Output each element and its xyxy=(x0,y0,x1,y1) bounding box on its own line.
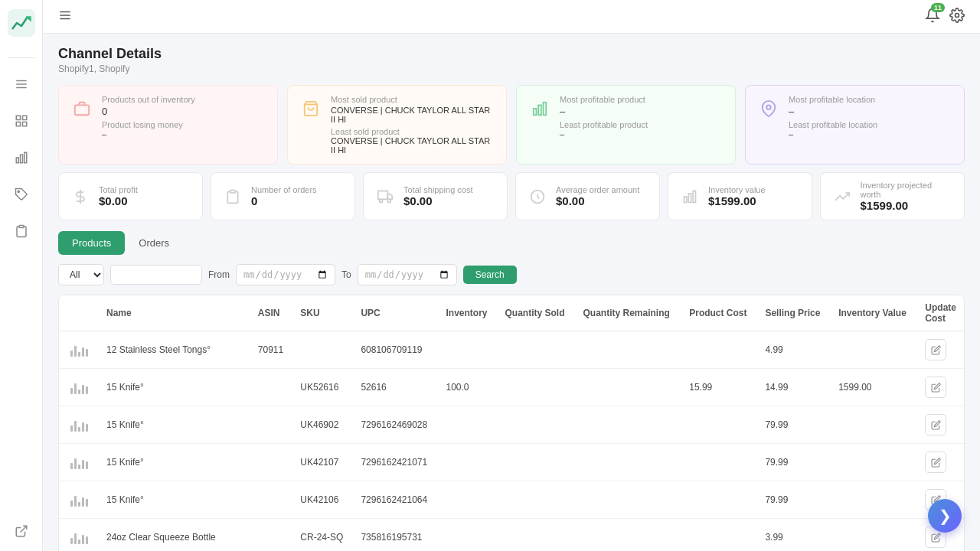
row-chart-icon xyxy=(67,491,91,509)
col-selling-price: Selling Price xyxy=(757,295,831,331)
edit-cost-button[interactable] xyxy=(925,414,946,435)
dollar-icon xyxy=(70,186,91,207)
card-num-orders: Number of orders 0 xyxy=(211,172,355,220)
row-selling-price: 4.99 xyxy=(757,331,831,369)
row-asin xyxy=(250,481,293,519)
svg-rect-0 xyxy=(8,9,35,37)
row-sku: CR-24-SQ xyxy=(292,519,353,552)
export-icon[interactable] xyxy=(11,520,32,542)
row-qty-remaining xyxy=(575,519,681,552)
trend-icon xyxy=(831,186,853,207)
row-qty-sold xyxy=(498,444,576,481)
tab-products[interactable]: Products xyxy=(58,231,125,255)
col-sku: SKU xyxy=(292,295,353,331)
hamburger-button[interactable] xyxy=(58,8,72,24)
row-update-cost-cell xyxy=(917,369,964,406)
svg-rect-20 xyxy=(538,105,541,115)
from-date-input[interactable] xyxy=(236,264,335,285)
row-inventory-value xyxy=(831,519,917,552)
svg-point-16 xyxy=(956,14,959,18)
card-total-profit: Total profit $0.00 xyxy=(58,172,203,220)
edit-cost-button[interactable] xyxy=(925,339,946,360)
card-most-sold: Most sold product CONVERSE | CHUCK TAYLO… xyxy=(287,85,507,165)
svg-point-28 xyxy=(387,199,390,202)
notification-button[interactable]: 11 xyxy=(925,8,940,25)
row-inventory xyxy=(439,519,498,552)
svg-rect-32 xyxy=(693,191,695,202)
row-asin xyxy=(250,444,293,481)
col-inventory: Inventory xyxy=(439,295,498,331)
clipboard-icon[interactable] xyxy=(11,220,32,242)
row-upc: 7296162469028 xyxy=(353,406,438,444)
col-asin: ASIN xyxy=(250,295,293,331)
search-button[interactable]: Search xyxy=(463,266,517,284)
page-content: Channel Details Shopify1, Shopify Produc… xyxy=(43,34,980,551)
row-name: 15 Knife° xyxy=(99,444,250,481)
filter-bar: All From To Search xyxy=(58,264,965,285)
svg-marker-26 xyxy=(387,194,392,199)
edit-cost-button[interactable] xyxy=(925,452,946,473)
menu-icon[interactable] xyxy=(11,73,32,95)
row-asin xyxy=(250,519,293,552)
tag-icon[interactable] xyxy=(11,184,32,205)
products-table: Name ASIN SKU UPC Inventory Quantity Sol… xyxy=(58,295,965,551)
svg-point-27 xyxy=(380,199,383,202)
row-upc: 7296162421071 xyxy=(353,444,438,481)
row-inventory: 100.0 xyxy=(439,369,498,406)
row-icon-cell xyxy=(59,331,99,369)
help-fab[interactable]: ❯ xyxy=(928,499,962,533)
row-inventory xyxy=(439,331,498,369)
row-qty-remaining xyxy=(575,331,681,369)
row-upc: 52616 xyxy=(353,369,438,406)
row-inventory xyxy=(439,481,498,519)
card-inventory: Products out of inventory 0 Product losi… xyxy=(58,85,278,165)
card-inventory-value: Inventory value $1599.00 xyxy=(668,172,812,220)
row-selling-price: 79.99 xyxy=(757,444,831,481)
row-qty-remaining xyxy=(575,444,681,481)
row-chart-icon xyxy=(67,453,91,471)
topbar-icons: 11 xyxy=(925,8,965,25)
topbar: 11 xyxy=(43,0,980,34)
card-profitable-location: Most profitable location – Least profita… xyxy=(745,85,965,165)
grid-icon[interactable] xyxy=(11,110,32,132)
chart-bar-icon[interactable] xyxy=(11,147,32,168)
summary-cards-row2: Total profit $0.00 Number of orders 0 xyxy=(58,172,965,220)
filter-search-input[interactable] xyxy=(110,265,202,285)
row-chart-icon xyxy=(67,528,91,546)
location-icon xyxy=(756,96,781,121)
row-selling-price: 79.99 xyxy=(757,481,831,519)
card-avg-order: Average order amount $0.00 xyxy=(515,172,660,220)
row-product-cost xyxy=(681,481,757,519)
row-chart-icon xyxy=(67,378,91,396)
page-subtitle: Shopify1, Shopify xyxy=(58,64,965,74)
inventory-value-icon xyxy=(679,186,701,207)
svg-rect-30 xyxy=(684,197,687,203)
svg-rect-12 xyxy=(19,226,24,228)
row-icon-cell xyxy=(59,519,99,552)
row-inventory-value xyxy=(831,444,917,481)
tabs: Products Orders xyxy=(58,231,965,255)
to-date-input[interactable] xyxy=(358,264,457,285)
svg-rect-25 xyxy=(378,191,388,199)
settings-button[interactable] xyxy=(949,8,965,25)
svg-rect-19 xyxy=(534,109,537,115)
row-inventory-value: 1599.00 xyxy=(831,369,917,406)
col-name: Name xyxy=(99,295,250,331)
bar-chart-icon xyxy=(528,96,552,121)
table-header-row: Name ASIN SKU UPC Inventory Quantity Sol… xyxy=(59,295,964,331)
row-upc: 735816195731 xyxy=(353,519,438,552)
truck-icon xyxy=(374,186,396,207)
filter-select[interactable]: All xyxy=(58,264,104,285)
orders-icon xyxy=(222,186,243,207)
row-asin: 70911 xyxy=(250,331,293,369)
svg-point-22 xyxy=(766,105,771,109)
row-inventory xyxy=(439,444,498,481)
svg-rect-5 xyxy=(22,116,26,119)
sidebar-divider xyxy=(8,57,35,58)
svg-rect-8 xyxy=(16,158,18,163)
avg-icon xyxy=(527,186,548,207)
edit-cost-button[interactable] xyxy=(925,377,946,398)
page-title: Channel Details xyxy=(58,46,965,62)
tab-orders[interactable]: Orders xyxy=(125,231,183,255)
svg-rect-24 xyxy=(230,190,236,192)
